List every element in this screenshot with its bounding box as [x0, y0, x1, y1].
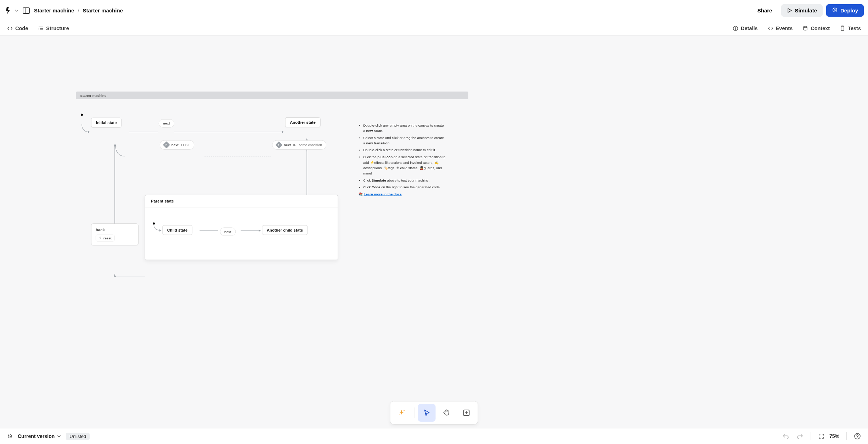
svg-rect-4 — [735, 28, 735, 30]
deploy-button[interactable]: Deploy — [826, 4, 864, 17]
deploy-icon — [832, 7, 838, 13]
tab-events[interactable]: Events — [768, 26, 793, 31]
share-button[interactable]: Share — [752, 4, 778, 17]
tab-structure[interactable]: Structure — [38, 26, 69, 31]
code-icon — [7, 26, 13, 31]
tab-tests[interactable]: Tests — [840, 26, 861, 31]
state-back[interactable]: back reset — [91, 223, 139, 245]
initial-state-marker — [81, 114, 83, 116]
state-machine-canvas[interactable]: Starter machine I — [0, 35, 544, 330]
add-state-button[interactable] — [458, 404, 475, 422]
breadcrumb-separator: / — [78, 7, 79, 13]
transition-next-else[interactable]: 2 next ELSE — [160, 140, 194, 150]
info-icon — [733, 26, 738, 31]
parent-state-title: Parent state — [145, 195, 338, 207]
transition-next-1[interactable]: next — [159, 119, 174, 127]
svg-point-7 — [404, 410, 405, 411]
ai-sparkle-button[interactable] — [393, 404, 411, 422]
panel-toggle-button[interactable] — [22, 6, 30, 15]
edges-layer — [0, 35, 544, 330]
docs-link[interactable]: Learn more in the docs — [363, 192, 401, 196]
action-icon — [98, 237, 102, 240]
breadcrumb-current[interactable]: Starter machine — [83, 7, 123, 13]
tab-details[interactable]: Details — [733, 26, 758, 31]
pan-tool-button[interactable] — [438, 404, 456, 422]
state-back-action[interactable]: reset — [96, 235, 114, 242]
state-child[interactable]: Child state — [162, 225, 192, 235]
select-tool-button[interactable] — [418, 404, 436, 422]
breadcrumb-parent[interactable]: Starter machine — [34, 7, 74, 13]
deploy-label: Deploy — [840, 7, 858, 13]
simulate-button[interactable]: Simulate — [781, 4, 823, 17]
events-icon — [768, 26, 773, 31]
machine-title-bar[interactable]: Starter machine — [76, 91, 468, 99]
tab-context[interactable]: Context — [802, 26, 830, 31]
instructions-panel: Double-click any empty area on the canva… — [359, 123, 446, 197]
svg-rect-0 — [23, 8, 29, 13]
transition-child-next[interactable]: next — [220, 228, 236, 236]
state-another[interactable]: Another state — [285, 117, 321, 127]
svg-point-5 — [804, 26, 807, 28]
state-parent[interactable]: Parent state Child state next Another ch… — [145, 195, 338, 260]
breadcrumb: Starter machine / Starter machine — [34, 7, 123, 13]
state-initial[interactable]: Initial state — [91, 118, 122, 128]
svg-point-8 — [399, 415, 400, 415]
structure-icon — [38, 26, 44, 31]
logo-dropdown-icon[interactable] — [15, 9, 18, 12]
transition-next-if[interactable]: 1 next IF some condition — [272, 140, 326, 150]
simulate-label: Simulate — [795, 7, 817, 13]
tab-code[interactable]: Code — [7, 26, 28, 31]
state-another-child[interactable]: Another child state — [262, 225, 308, 235]
svg-rect-6 — [841, 26, 844, 30]
guard-order-badge-1: 1 — [275, 141, 282, 149]
context-icon — [802, 26, 808, 31]
play-icon — [787, 8, 792, 13]
svg-point-3 — [735, 27, 736, 28]
app-logo-icon — [4, 6, 13, 15]
guard-order-badge-2: 2 — [163, 141, 170, 149]
tests-icon — [840, 26, 845, 31]
canvas-toolbar — [390, 401, 478, 424]
